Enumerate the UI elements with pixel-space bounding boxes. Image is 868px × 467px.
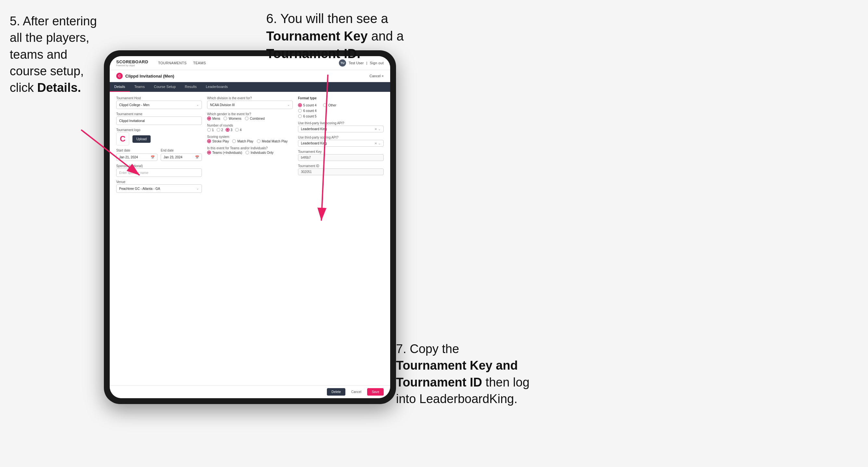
round-3[interactable]: 3: [226, 128, 232, 132]
api1-clear-icon[interactable]: ✕ ⌄: [375, 128, 381, 131]
teams-plus-individuals-radio[interactable]: [207, 151, 211, 154]
gender-combined[interactable]: Combined: [245, 117, 265, 120]
tournament-host-field: Tournament Host Clippd College - Men ⌄: [116, 96, 202, 109]
teams-label: Is this event for Teams and/or Individua…: [207, 146, 293, 150]
api1-field: Use third-party live scoring API? Leader…: [298, 121, 384, 132]
scoring-match-radio[interactable]: [232, 139, 236, 143]
nav-tournaments[interactable]: TOURNAMENTS: [158, 61, 187, 65]
gender-womens-label: Womens: [228, 117, 241, 120]
tournament-key-value: b4f6b7: [298, 154, 384, 161]
api1-input[interactable]: Leaderboard King ✕ ⌄: [298, 126, 384, 132]
scoring-stroke-radio[interactable]: [207, 139, 211, 143]
individuals-only[interactable]: Individuals Only: [245, 151, 274, 154]
scoring-medal[interactable]: Medal Match Play: [257, 139, 288, 143]
format-6count4[interactable]: 6 count 4: [298, 109, 316, 113]
individuals-only-radio[interactable]: [245, 151, 249, 154]
venue-value: Peachtree GC - Atlanta - GA: [119, 187, 160, 190]
round-1-radio[interactable]: [207, 128, 211, 132]
annotation-bottom-right: 7. Copy the Tournament Key and Tournamen…: [396, 341, 532, 407]
end-date-label: End date: [161, 149, 202, 152]
venue-label: Venue: [116, 180, 202, 184]
tournament-name-value: Clippd Invitational: [119, 119, 145, 123]
round-1-label: 1: [212, 128, 214, 132]
gender-mens-radio[interactable]: [207, 117, 211, 120]
nav-teams[interactable]: TEAMS: [193, 61, 206, 65]
gender-womens-radio[interactable]: [223, 117, 227, 120]
format-6count5-radio[interactable]: [298, 114, 302, 118]
annotation-left: 5. After entering all the players, teams…: [10, 13, 101, 96]
scoring-label: Scoring system: [207, 135, 293, 138]
venue-input[interactable]: Peachtree GC - Atlanta - GA ⌄: [116, 184, 202, 193]
sponsor-input[interactable]: Enter sponsor name: [116, 168, 202, 177]
upload-button[interactable]: Upload: [132, 135, 151, 143]
division-input[interactable]: NCAA Division III ⌄: [207, 101, 293, 109]
tablet-screen: SCOREBOARD Powered by clippd TOURNAMENTS…: [110, 56, 390, 398]
tab-results[interactable]: Results: [180, 82, 201, 92]
start-date-label: Start date: [116, 149, 157, 152]
format-6count5[interactable]: 6 count 5: [298, 114, 316, 118]
delete-button[interactable]: Delete: [327, 388, 345, 396]
cancel-button[interactable]: Cancel: [348, 388, 365, 396]
division-arrow-icon: ⌄: [287, 103, 290, 106]
format-6count4-radio[interactable]: [298, 109, 302, 113]
bottom-bar: Delete Cancel Save: [110, 385, 390, 398]
tab-teams[interactable]: Teams: [130, 82, 149, 92]
round-4-radio[interactable]: [235, 128, 239, 132]
tournament-host-label: Tournament Host: [116, 96, 202, 100]
save-button[interactable]: Save: [367, 388, 384, 396]
sponsor-field: Sponsor (optional) Enter sponsor name: [116, 164, 202, 177]
gender-mens[interactable]: Mens: [207, 117, 220, 120]
annotation-top-right: 6. You will then see a Tournament Key an…: [266, 10, 448, 62]
tab-details[interactable]: Details: [110, 82, 130, 92]
format-col-left: 5 count 4 6 count 4 6 count 5: [298, 103, 316, 118]
api2-value: Leaderboard King: [301, 142, 327, 145]
api2-input[interactable]: Leaderboard King ✕ ⌄: [298, 140, 384, 147]
division-label: Which division is the event for?: [207, 96, 293, 100]
tournament-host-input[interactable]: Clippd College - Men ⌄: [116, 101, 202, 109]
scoring-match[interactable]: Match Play: [232, 139, 253, 143]
end-date-field: End date Jan 23, 2024 📅: [161, 149, 202, 161]
start-date-field: Start date Jan 21, 2024 📅: [116, 149, 157, 161]
scoring-medal-label: Medal Match Play: [262, 139, 288, 143]
round-1[interactable]: 1: [207, 128, 214, 132]
scoring-stroke-label: Stroke Play: [212, 139, 229, 143]
round-3-label: 3: [230, 128, 232, 132]
breadcrumb-bar: C Clippd Invitational (Men) Cancel ×: [110, 70, 390, 82]
api1-value: Leaderboard King: [301, 127, 327, 131]
api2-clear-icon[interactable]: ✕ ⌄: [375, 142, 381, 145]
teams-plus-individuals[interactable]: Teams (+Individuals): [207, 151, 242, 154]
end-date-input[interactable]: Jan 23, 2024 📅: [161, 154, 202, 161]
format-5count4-radio[interactable]: [298, 103, 302, 107]
round-2[interactable]: 2: [217, 128, 223, 132]
sponsor-label: Sponsor (optional): [116, 164, 202, 168]
teams-plus-label: Teams (+Individuals): [212, 151, 242, 154]
scoring-medal-radio[interactable]: [257, 139, 261, 143]
scoring-stroke[interactable]: Stroke Play: [207, 139, 229, 143]
tournament-id-field: Tournament ID 302051: [298, 164, 384, 175]
tournament-name-field: Tournament name Clippd Invitational: [116, 112, 202, 125]
format-5count4-label: 5 count 4: [303, 103, 316, 107]
division-value: NCAA Division III: [210, 103, 235, 107]
tab-course-setup[interactable]: Course Setup: [149, 82, 180, 92]
tournament-name-input[interactable]: Clippd Invitational: [116, 117, 202, 125]
gender-combined-radio[interactable]: [245, 117, 249, 120]
format-other[interactable]: Other: [323, 103, 336, 107]
cancel-breadcrumb-button[interactable]: Cancel ×: [369, 74, 384, 78]
gender-womens[interactable]: Womens: [223, 117, 241, 120]
round-2-radio[interactable]: [217, 128, 220, 132]
breadcrumb-title: Clippd Invitational (Men): [125, 74, 174, 79]
round-4[interactable]: 4: [235, 128, 242, 132]
start-date-input[interactable]: Jan 21, 2024 📅: [116, 154, 157, 161]
teams-field: Is this event for Teams and/or Individua…: [207, 146, 293, 154]
content-area: Tournament Host Clippd College - Men ⌄ T…: [110, 92, 390, 385]
end-date-value: Jan 23, 2024: [164, 155, 182, 159]
tab-leaderboards[interactable]: Leaderboards: [201, 82, 232, 92]
format-other-radio[interactable]: [323, 103, 327, 107]
round-3-radio[interactable]: [226, 128, 229, 132]
logo-text: SCOREBOARD: [116, 59, 148, 64]
select-arrow-icon: ⌄: [196, 103, 199, 106]
tournament-logo-field: Tournament logo C Upload: [116, 128, 202, 145]
logo-preview: C: [116, 132, 129, 145]
format-5count4[interactable]: 5 count 4: [298, 103, 316, 107]
gender-mens-label: Mens: [212, 117, 220, 120]
